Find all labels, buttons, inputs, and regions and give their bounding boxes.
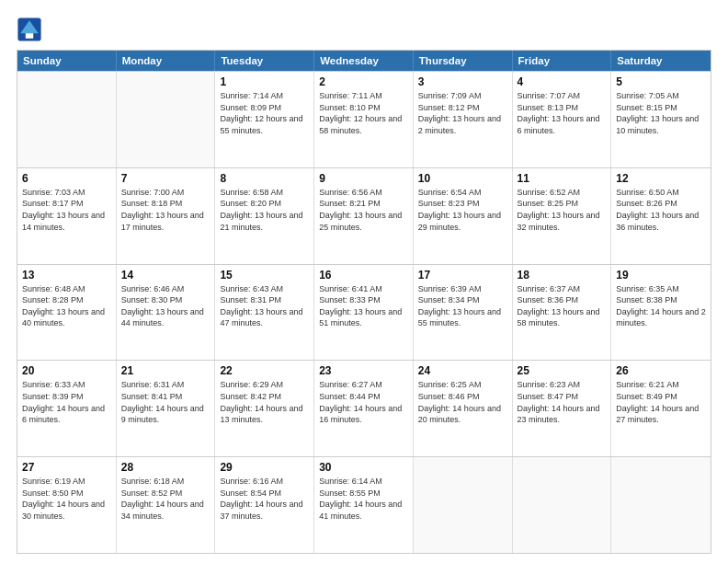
day-number: 14 [121,269,210,282]
week-row-1: 1Sunrise: 7:14 AM Sunset: 8:09 PM Daylig… [17,71,711,167]
cal-cell-1: 1Sunrise: 7:14 AM Sunset: 8:09 PM Daylig… [215,72,314,167]
day-info: Sunrise: 6:54 AM Sunset: 8:23 PM Dayligh… [418,187,507,233]
header [17,17,711,42]
cal-cell-empty-4-5 [513,457,612,553]
day-number: 17 [418,269,507,282]
week-row-2: 6Sunrise: 7:03 AM Sunset: 8:17 PM Daylig… [17,167,711,264]
day-info: Sunrise: 7:00 AM Sunset: 8:18 PM Dayligh… [121,187,210,233]
cal-cell-empty-0-1 [117,72,216,167]
day-info: Sunrise: 7:14 AM Sunset: 8:09 PM Dayligh… [220,90,309,136]
cal-cell-19: 19Sunrise: 6:35 AM Sunset: 8:38 PM Dayli… [611,265,711,361]
day-info: Sunrise: 6:43 AM Sunset: 8:31 PM Dayligh… [220,283,309,329]
cal-cell-2: 2Sunrise: 7:11 AM Sunset: 8:10 PM Daylig… [314,72,414,167]
logo-icon [17,17,42,42]
calendar-body: 1Sunrise: 7:14 AM Sunset: 8:09 PM Daylig… [17,71,711,553]
day-number: 3 [418,75,507,88]
cal-cell-empty-0-0 [17,72,117,167]
day-number: 20 [22,364,111,377]
cal-cell-7: 7Sunrise: 7:00 AM Sunset: 8:18 PM Daylig… [117,168,216,264]
day-info: Sunrise: 6:39 AM Sunset: 8:34 PM Dayligh… [418,283,507,329]
day-info: Sunrise: 7:05 AM Sunset: 8:15 PM Dayligh… [616,90,706,136]
week-row-5: 27Sunrise: 6:19 AM Sunset: 8:50 PM Dayli… [17,456,711,553]
cal-cell-empty-4-6 [611,457,711,553]
svg-rect-2 [26,33,33,39]
day-info: Sunrise: 6:37 AM Sunset: 8:36 PM Dayligh… [518,283,607,329]
day-number: 19 [616,269,706,282]
day-number: 4 [518,75,607,88]
cal-cell-24: 24Sunrise: 6:25 AM Sunset: 8:46 PM Dayli… [414,361,513,456]
cal-cell-21: 21Sunrise: 6:31 AM Sunset: 8:41 PM Dayli… [117,361,216,456]
day-info: Sunrise: 6:41 AM Sunset: 8:33 PM Dayligh… [319,283,408,329]
calendar: SundayMondayTuesdayWednesdayThursdayFrid… [17,50,711,554]
day-info: Sunrise: 6:27 AM Sunset: 8:44 PM Dayligh… [319,379,408,425]
cal-cell-10: 10Sunrise: 6:54 AM Sunset: 8:23 PM Dayli… [414,168,513,264]
cal-cell-27: 27Sunrise: 6:19 AM Sunset: 8:50 PM Dayli… [17,457,117,553]
day-info: Sunrise: 6:48 AM Sunset: 8:28 PM Dayligh… [22,283,111,329]
cal-cell-8: 8Sunrise: 6:58 AM Sunset: 8:20 PM Daylig… [215,168,314,264]
cal-cell-20: 20Sunrise: 6:33 AM Sunset: 8:39 PM Dayli… [17,361,117,456]
page: SundayMondayTuesdayWednesdayThursdayFrid… [0,0,728,563]
cal-cell-5: 5Sunrise: 7:05 AM Sunset: 8:15 PM Daylig… [611,72,711,167]
cal-cell-28: 28Sunrise: 6:18 AM Sunset: 8:52 PM Dayli… [117,457,216,553]
day-info: Sunrise: 7:03 AM Sunset: 8:17 PM Dayligh… [22,187,111,233]
header-day-sunday: Sunday [17,51,117,71]
day-info: Sunrise: 6:35 AM Sunset: 8:38 PM Dayligh… [616,283,706,329]
cal-cell-16: 16Sunrise: 6:41 AM Sunset: 8:33 PM Dayli… [314,265,414,361]
cal-cell-26: 26Sunrise: 6:21 AM Sunset: 8:49 PM Dayli… [611,361,711,456]
day-info: Sunrise: 6:58 AM Sunset: 8:20 PM Dayligh… [220,187,309,233]
day-number: 1 [220,75,309,88]
day-number: 6 [22,172,111,185]
day-number: 12 [616,172,706,185]
day-info: Sunrise: 6:23 AM Sunset: 8:47 PM Dayligh… [518,379,607,425]
day-number: 30 [319,461,408,474]
day-number: 28 [121,461,210,474]
day-info: Sunrise: 6:46 AM Sunset: 8:30 PM Dayligh… [121,283,210,329]
day-number: 18 [518,269,607,282]
calendar-header: SundayMondayTuesdayWednesdayThursdayFrid… [17,51,711,71]
header-day-friday: Friday [513,51,612,71]
day-number: 10 [418,172,507,185]
week-row-4: 20Sunrise: 6:33 AM Sunset: 8:39 PM Dayli… [17,360,711,456]
day-number: 9 [319,172,408,185]
cal-cell-25: 25Sunrise: 6:23 AM Sunset: 8:47 PM Dayli… [513,361,612,456]
day-number: 21 [121,364,210,377]
cal-cell-29: 29Sunrise: 6:16 AM Sunset: 8:54 PM Dayli… [215,457,314,553]
day-number: 2 [319,75,408,88]
day-number: 7 [121,172,210,185]
day-info: Sunrise: 6:52 AM Sunset: 8:25 PM Dayligh… [518,187,607,233]
day-number: 24 [418,364,507,377]
header-day-saturday: Saturday [611,51,711,71]
day-info: Sunrise: 7:11 AM Sunset: 8:10 PM Dayligh… [319,90,408,136]
day-number: 25 [518,364,607,377]
cal-cell-9: 9Sunrise: 6:56 AM Sunset: 8:21 PM Daylig… [314,168,414,264]
cal-cell-30: 30Sunrise: 6:14 AM Sunset: 8:55 PM Dayli… [314,457,414,553]
cal-cell-11: 11Sunrise: 6:52 AM Sunset: 8:25 PM Dayli… [513,168,612,264]
cal-cell-23: 23Sunrise: 6:27 AM Sunset: 8:44 PM Dayli… [314,361,414,456]
day-number: 8 [220,172,309,185]
day-info: Sunrise: 6:14 AM Sunset: 8:55 PM Dayligh… [319,476,408,522]
day-info: Sunrise: 6:56 AM Sunset: 8:21 PM Dayligh… [319,187,408,233]
header-day-tuesday: Tuesday [215,51,314,71]
header-day-wednesday: Wednesday [314,51,414,71]
day-info: Sunrise: 6:21 AM Sunset: 8:49 PM Dayligh… [616,379,706,425]
day-info: Sunrise: 7:07 AM Sunset: 8:13 PM Dayligh… [518,90,607,136]
day-info: Sunrise: 6:18 AM Sunset: 8:52 PM Dayligh… [121,476,210,522]
header-day-monday: Monday [117,51,216,71]
day-info: Sunrise: 6:33 AM Sunset: 8:39 PM Dayligh… [22,379,111,425]
week-row-3: 13Sunrise: 6:48 AM Sunset: 8:28 PM Dayli… [17,264,711,361]
day-number: 16 [319,269,408,282]
day-info: Sunrise: 6:16 AM Sunset: 8:54 PM Dayligh… [220,476,309,522]
cal-cell-4: 4Sunrise: 7:07 AM Sunset: 8:13 PM Daylig… [513,72,612,167]
day-number: 13 [22,269,111,282]
day-number: 27 [22,461,111,474]
cal-cell-22: 22Sunrise: 6:29 AM Sunset: 8:42 PM Dayli… [215,361,314,456]
day-number: 11 [518,172,607,185]
day-info: Sunrise: 6:29 AM Sunset: 8:42 PM Dayligh… [220,379,309,425]
day-number: 5 [616,75,706,88]
day-number: 22 [220,364,309,377]
cal-cell-empty-4-4 [414,457,513,553]
cal-cell-13: 13Sunrise: 6:48 AM Sunset: 8:28 PM Dayli… [17,265,117,361]
day-info: Sunrise: 6:25 AM Sunset: 8:46 PM Dayligh… [418,379,507,425]
day-number: 15 [220,269,309,282]
cal-cell-6: 6Sunrise: 7:03 AM Sunset: 8:17 PM Daylig… [17,168,117,264]
